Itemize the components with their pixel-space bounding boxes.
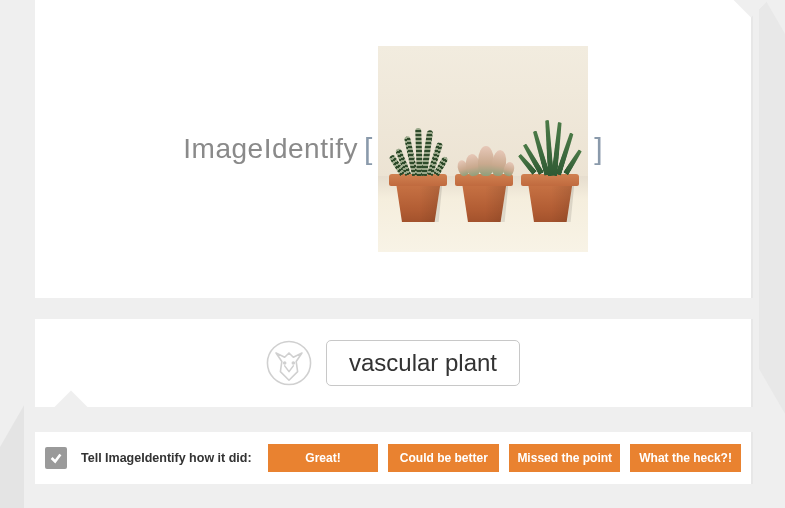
feedback-button-missed-the-point[interactable]: Missed the point (509, 444, 620, 472)
input-image[interactable] (378, 46, 588, 252)
feedback-checkbox[interactable] (45, 447, 67, 469)
svg-point-1 (284, 362, 286, 364)
result-label[interactable]: vascular plant (326, 340, 520, 386)
function-name: ImageIdentify (183, 133, 358, 165)
close-bracket: ] (594, 132, 602, 166)
bg-diagonal-left (0, 405, 24, 508)
expression-row: ImageIdentify [ ] (35, 0, 751, 298)
svg-point-2 (292, 362, 294, 364)
feedback-button-could-be-better[interactable]: Could be better (388, 444, 499, 472)
open-bracket: [ (364, 132, 372, 166)
feedback-button-what-the-heck[interactable]: What the heck?! (630, 444, 741, 472)
feedback-button-great[interactable]: Great! (268, 444, 379, 472)
feedback-bar: Tell ImageIdentify how it did: Great! Co… (35, 432, 751, 484)
feedback-prompt: Tell ImageIdentify how it did: (81, 451, 252, 465)
feedback-buttons: Great! Could be better Missed the point … (268, 444, 741, 472)
svg-point-0 (267, 341, 310, 384)
wolf-icon (266, 340, 312, 386)
result-panel: vascular plant (35, 319, 751, 407)
input-panel: ImageIdentify [ ] (35, 0, 751, 298)
bg-diagonal-right (759, 0, 785, 431)
